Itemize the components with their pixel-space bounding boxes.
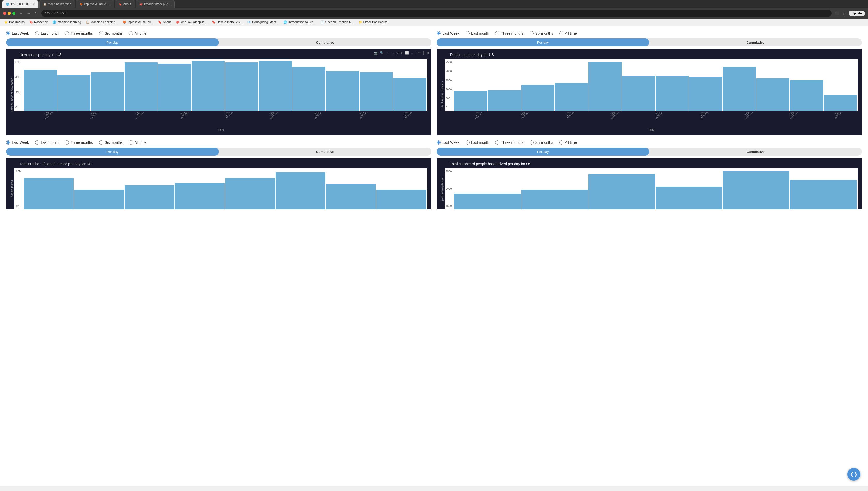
address-bar[interactable] bbox=[41, 10, 832, 17]
radio-input-last-week-2[interactable] bbox=[437, 31, 441, 35]
radio-last-month-4[interactable]: Last month bbox=[465, 140, 489, 145]
tab-switcher-new-cases: Per-day Cumulative bbox=[6, 38, 431, 47]
radio-input-three-months-2[interactable] bbox=[495, 31, 499, 35]
radio-last-week-3[interactable]: Last Week bbox=[6, 140, 29, 145]
home-icon[interactable]: ⌂ bbox=[410, 51, 413, 56]
tab-cumulative-people-tested[interactable]: Cumulative bbox=[219, 148, 431, 156]
bookmark-speech[interactable]: 📄 Speech Emotion R... bbox=[319, 20, 356, 25]
bookmark-ml[interactable]: 📋 Machine Learning... bbox=[84, 20, 120, 25]
radio-input-three-months-3[interactable] bbox=[65, 140, 69, 145]
plus-icon[interactable]: ＋ bbox=[385, 51, 389, 56]
back-button[interactable]: ← bbox=[18, 10, 24, 17]
radio-three-months[interactable]: Three months bbox=[65, 31, 93, 35]
lasso-icon[interactable]: ◎ bbox=[395, 51, 399, 56]
bookmark-bookmarks[interactable]: ⭐ Bookmarks bbox=[2, 20, 27, 25]
radio-input-last-month-2[interactable] bbox=[465, 31, 470, 35]
tab-kmario[interactable]: 🐙 kmario23/deep-le... bbox=[136, 0, 174, 8]
globe-icon2: 🌐 bbox=[283, 20, 287, 24]
radio-label-last-month-4: Last month bbox=[471, 140, 489, 145]
tab-per-day-new-cases[interactable]: Per-day bbox=[6, 38, 219, 47]
bookmark-howto[interactable]: 🔖 How to Install ZS... bbox=[210, 20, 245, 25]
radio-six-months-4[interactable]: Six months bbox=[530, 140, 553, 145]
bookmark-machine-learning[interactable]: 🌐 machine learning bbox=[50, 20, 83, 25]
box-icon[interactable]: ⬜ bbox=[405, 51, 409, 56]
bookmark-other[interactable]: 📁 Other Bookmarks bbox=[356, 20, 389, 25]
radio-last-week-4[interactable]: Last Week bbox=[437, 140, 459, 145]
close-button[interactable] bbox=[3, 12, 6, 15]
radio-six-months-3[interactable]: Six months bbox=[99, 140, 123, 145]
radio-last-month[interactable]: Last month bbox=[35, 31, 59, 35]
radio-last-month-2[interactable]: Last month bbox=[465, 31, 489, 35]
radio-input-last-week-3[interactable] bbox=[6, 140, 10, 145]
radio-all-time[interactable]: All time bbox=[129, 31, 146, 35]
zoom-icon[interactable]: 🔍 bbox=[379, 51, 384, 56]
radio-input-last-month-3[interactable] bbox=[35, 140, 39, 145]
radio-input-all-time[interactable] bbox=[129, 31, 133, 35]
radio-input-all-time-3[interactable] bbox=[129, 140, 133, 145]
tab-per-day-death-count[interactable]: Per-day bbox=[437, 38, 649, 47]
radio-three-months-4[interactable]: Three months bbox=[495, 140, 523, 145]
hline-icon[interactable]: ━ bbox=[418, 51, 421, 56]
minimize-button[interactable] bbox=[8, 12, 11, 15]
extensions-button[interactable]: ⬛ bbox=[834, 10, 840, 17]
tab-machine-learning[interactable]: 📋 machine learning bbox=[39, 0, 75, 8]
radio-six-months-2[interactable]: Six months bbox=[530, 31, 553, 35]
tab-close-icon[interactable]: ✕ bbox=[33, 3, 35, 6]
radio-input-six-months-4[interactable] bbox=[530, 140, 534, 145]
radio-input-last-week-4[interactable] bbox=[437, 140, 441, 145]
forward-button[interactable]: → bbox=[25, 10, 32, 17]
bookmark-kmario[interactable]: 🐙 kmario23/deep-le... bbox=[173, 20, 209, 25]
maximize-button[interactable] bbox=[12, 12, 16, 15]
tab-cumulative-people-hospitalized[interactable]: Cumulative bbox=[649, 148, 862, 156]
tab-label: 127.0.0.1:8050 bbox=[10, 2, 31, 6]
bookmark-button[interactable]: ☆ bbox=[842, 10, 847, 17]
selection-icon[interactable]: ⬚ bbox=[390, 51, 394, 56]
vline-icon[interactable]: ┃ bbox=[422, 51, 425, 56]
bookmark-about[interactable]: 🔖 About bbox=[156, 20, 173, 25]
radio-three-months-3[interactable]: Three months bbox=[65, 140, 93, 145]
radio-six-months[interactable]: Six months bbox=[99, 31, 123, 35]
pan-icon[interactable]: ✛ bbox=[400, 51, 404, 56]
radio-label-all-time-3: All time bbox=[135, 140, 146, 145]
radio-input-three-months[interactable] bbox=[65, 31, 69, 35]
radio-last-week[interactable]: Last Week bbox=[6, 31, 29, 35]
spike-icon[interactable]: ⏐ bbox=[414, 51, 417, 56]
radio-all-time-2[interactable]: All time bbox=[559, 31, 577, 35]
bookmark-configuring[interactable]: 📧 Configuring Stanf... bbox=[245, 20, 281, 25]
radio-last-month-3[interactable]: Last month bbox=[35, 140, 59, 145]
radio-input-six-months-3[interactable] bbox=[99, 140, 103, 145]
tab-cumulative-new-cases[interactable]: Cumulative bbox=[219, 38, 431, 47]
nav-controls: ← → ↻ bbox=[18, 10, 39, 17]
tab-about[interactable]: 🔖 About bbox=[115, 0, 135, 8]
radio-all-time-4[interactable]: All time bbox=[559, 140, 577, 145]
radio-input-six-months-2[interactable] bbox=[530, 31, 534, 35]
radio-label-last-week-2: Last Week bbox=[442, 31, 459, 35]
radio-three-months-2[interactable]: Three months bbox=[495, 31, 523, 35]
tab-label: machine learning bbox=[48, 2, 71, 6]
radio-input-last-week[interactable] bbox=[6, 31, 10, 35]
radio-input-last-month[interactable] bbox=[35, 31, 39, 35]
radio-all-time-3[interactable]: All time bbox=[129, 140, 146, 145]
reload-button[interactable]: ↻ bbox=[33, 10, 39, 17]
update-button[interactable]: Update bbox=[849, 10, 865, 16]
bookmark-label: Nascence bbox=[34, 20, 48, 24]
tab-per-day-people-hospitalized[interactable]: Per-day bbox=[437, 148, 649, 156]
x-axis-label-new-cases: Time bbox=[15, 128, 427, 131]
radio-input-last-month-4[interactable] bbox=[465, 140, 470, 145]
radio-input-all-time-2[interactable] bbox=[559, 31, 564, 35]
radio-input-six-months[interactable] bbox=[99, 31, 103, 35]
tab-per-day-people-tested[interactable]: Per-day bbox=[6, 148, 219, 156]
grid-icon[interactable]: ⊞ bbox=[426, 51, 429, 56]
tab-rapidsai[interactable]: 🦊 rapidsai/cuml: cu... bbox=[76, 0, 114, 8]
bookmark-intro[interactable]: 🌐 Introduction to Sin... bbox=[281, 20, 318, 25]
tab-cumulative-death-count[interactable]: Cumulative bbox=[649, 38, 862, 47]
tab-active[interactable]: 🌐 127.0.0.1:8050 ✕ bbox=[2, 0, 39, 8]
chart-section-people-tested: Last Week Last month Three months Six mo… bbox=[6, 140, 431, 209]
nav-arrow-button[interactable]: ❮❯ bbox=[847, 468, 860, 481]
camera-icon[interactable]: 📷 bbox=[373, 51, 378, 56]
radio-last-week-2[interactable]: Last Week bbox=[437, 31, 459, 35]
radio-input-all-time-4[interactable] bbox=[559, 140, 564, 145]
radio-input-three-months-4[interactable] bbox=[495, 140, 499, 145]
bookmark-rapidsai[interactable]: 🦊 rapidsai/cuml: cu... bbox=[120, 20, 155, 25]
bookmark-nascence[interactable]: 🔖 Nascence bbox=[27, 20, 50, 25]
